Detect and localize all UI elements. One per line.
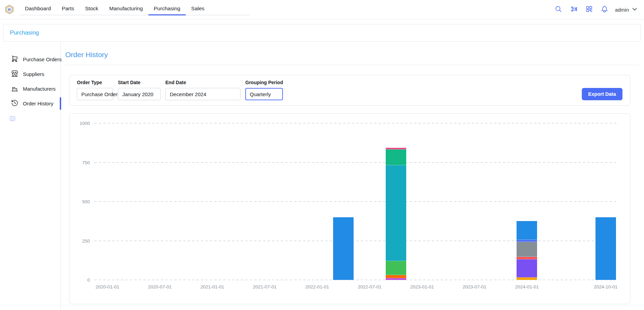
gridline-500 xyxy=(94,201,619,202)
factory-icon xyxy=(11,85,18,93)
y-tick-1000: 1000 xyxy=(80,121,90,126)
sidebar-item-label: Purchase Orders xyxy=(23,56,61,62)
filter-field-label: Grouping Period xyxy=(245,80,283,85)
y-tick-0: 0 xyxy=(87,277,90,283)
qrcode-icon xyxy=(585,5,593,14)
filter-field-value: January 2020 xyxy=(122,91,153,97)
nav-tab-stock[interactable]: Stock xyxy=(80,2,104,15)
sidebar-nav: Purchase Orders Suppliers Manufacturers xyxy=(0,52,60,111)
user-menu[interactable]: admin xyxy=(615,6,638,13)
x-tick-2021-01-01: 2021-01-01 xyxy=(201,284,224,289)
command-icon xyxy=(570,5,578,14)
icon-button-command[interactable] xyxy=(568,4,579,15)
x-tick-2022-01-01: 2022-01-01 xyxy=(305,284,329,289)
chart-card: 025050075010002020-01-012020-07-012021-0… xyxy=(69,113,630,304)
x-tick-2023-07-01: 2023-07-01 xyxy=(463,284,486,289)
y-tick-750: 750 xyxy=(82,160,90,165)
app-root: Dashboard Parts Stock Manufacturing Purc… xyxy=(0,0,644,310)
bar-segment xyxy=(333,217,354,280)
bar-segment xyxy=(386,261,406,275)
filter-fields: Order Type Purchase Orders Start Date Ja… xyxy=(77,80,283,100)
nav-tab-dashboard[interactable]: Dashboard xyxy=(19,2,56,15)
bar-2024-10-01[interactable] xyxy=(595,217,616,280)
nav-tab-manufacturing[interactable]: Manufacturing xyxy=(104,2,148,15)
sidebar-collapse-icon xyxy=(9,118,16,123)
bar-segment xyxy=(517,259,537,277)
bar-2022-04-01[interactable] xyxy=(333,217,354,280)
search-icon xyxy=(554,5,562,14)
filter-card: Order Type Purchase Orders Start Date Ja… xyxy=(69,75,630,106)
sidebar-item-order-history[interactable]: Order History xyxy=(0,96,60,111)
bar-segment xyxy=(517,242,537,257)
filter-field-value: Quarterly xyxy=(250,91,271,97)
sidebar-item-label: Manufacturers xyxy=(23,86,56,92)
hexagon-logo-icon xyxy=(5,4,14,14)
bar-2022-10-01[interactable] xyxy=(386,148,406,280)
nav-tab-purchasing[interactable]: Purchasing xyxy=(148,2,186,15)
bar-segment xyxy=(386,275,406,278)
x-tick-2024-10-01: 2024-10-01 xyxy=(594,284,617,289)
main-nav-tabs: Dashboard Parts Stock Manufacturing Purc… xyxy=(19,2,250,15)
icon-button-qrcode[interactable] xyxy=(584,4,594,15)
bar-segment xyxy=(386,150,406,165)
nav-tab-parts[interactable]: Parts xyxy=(56,2,80,15)
sidebar-item-purchase-orders[interactable]: Purchase Orders xyxy=(0,52,60,67)
y-tick-250: 250 xyxy=(82,238,90,243)
sidebar-item-label: Suppliers xyxy=(23,71,44,77)
bar-segment xyxy=(517,257,537,259)
nav-tab-sales[interactable]: Sales xyxy=(186,2,210,15)
filter-field-control[interactable]: January 2020 xyxy=(118,88,161,100)
x-tick-2021-07-01: 2021-07-01 xyxy=(253,284,276,289)
top-navbar: Dashboard Parts Stock Manufacturing Purc… xyxy=(0,0,644,20)
page-title: Order History xyxy=(65,51,639,59)
username: admin xyxy=(615,7,629,13)
filter-field-control[interactable]: Purchase Orders xyxy=(77,88,113,100)
x-tick-2022-07-01: 2022-07-01 xyxy=(358,284,381,289)
sidebar-collapse-button[interactable] xyxy=(9,115,16,123)
bar-2024-01-01[interactable] xyxy=(517,221,537,280)
content-area: Purchase Orders Suppliers Manufacturers xyxy=(0,42,644,310)
chevron-down-icon xyxy=(631,6,638,13)
gridline-0 xyxy=(94,280,619,280)
icon-button-bell[interactable] xyxy=(599,4,609,15)
filter-field-control[interactable]: December 2024 xyxy=(165,88,241,100)
y-tick-500: 500 xyxy=(82,199,90,204)
chart-plot: 025050075010002020-01-012020-07-012021-0… xyxy=(94,123,619,280)
bell-icon xyxy=(601,5,608,14)
filter-field-order-type: Order Type Purchase Orders xyxy=(77,80,113,100)
filter-field-start-date: Start Date January 2020 xyxy=(118,80,161,100)
history-icon xyxy=(11,99,18,108)
bar-segment xyxy=(595,217,616,280)
bar-segment xyxy=(386,278,406,280)
filter-field-control[interactable]: Quarterly xyxy=(245,88,283,100)
x-tick-2020-07-01: 2020-07-01 xyxy=(148,284,172,289)
filter-field-end-date: End Date December 2024 xyxy=(165,80,241,100)
active-item-indicator xyxy=(60,97,61,110)
sidebar-item-manufacturers[interactable]: Manufacturers xyxy=(0,81,60,96)
filter-field-label: Start Date xyxy=(118,80,161,85)
gridline-750 xyxy=(94,162,619,163)
filter-field-value: Purchase Orders xyxy=(81,91,120,97)
breadcrumb-purchasing[interactable]: Purchasing xyxy=(10,29,39,36)
building-store-icon xyxy=(11,70,18,78)
bar-segment xyxy=(386,165,406,261)
app-logo[interactable] xyxy=(5,4,14,14)
shopping-cart-icon xyxy=(11,55,18,64)
sidebar-item-label: Order History xyxy=(23,101,53,106)
x-tick-2024-01-01: 2024-01-01 xyxy=(515,284,539,289)
filter-field-label: Order Type xyxy=(77,80,113,85)
sidebar: Purchase Orders Suppliers Manufacturers xyxy=(0,42,61,310)
x-tick-2020-01-01: 2020-01-01 xyxy=(96,284,119,289)
export-data-button[interactable]: Export Data xyxy=(582,88,622,100)
main-panel: Order History Order Type Purchase Orders xyxy=(61,42,644,310)
filter-field-value: December 2024 xyxy=(170,91,206,97)
bar-segment xyxy=(517,277,537,280)
icon-button-search[interactable] xyxy=(553,4,563,15)
title-divider xyxy=(65,65,639,65)
gridline-250 xyxy=(94,241,619,241)
bar-segment xyxy=(517,221,537,240)
filter-field-label: End Date xyxy=(165,80,241,85)
filter-field-grouping-period: Grouping Period Quarterly xyxy=(245,80,283,100)
navbar-actions: admin xyxy=(553,4,638,15)
sidebar-item-suppliers[interactable]: Suppliers xyxy=(0,67,60,81)
